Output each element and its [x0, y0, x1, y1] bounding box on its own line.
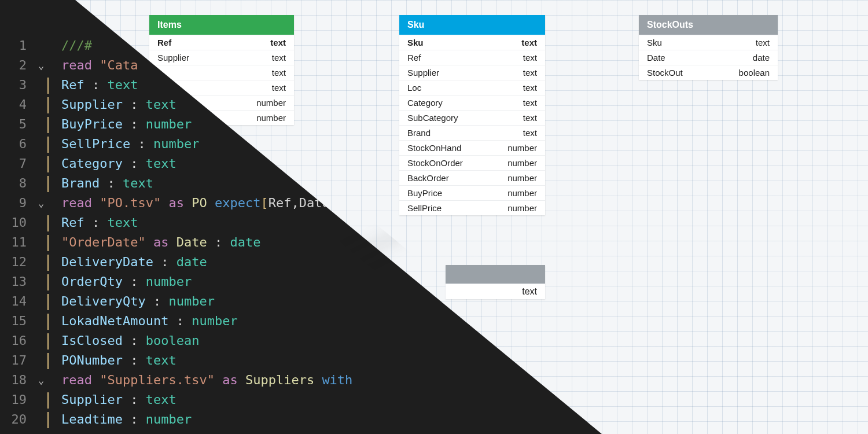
schema-column-type: text — [521, 38, 537, 47]
line-number: 2 — [5, 56, 35, 75]
schema-column-row[interactable]: Skutext — [399, 35, 545, 50]
schema-column-row[interactable]: BuyPricenumber — [399, 185, 545, 200]
indent-guide — [47, 255, 49, 271]
schema-column-type: text — [523, 128, 537, 138]
fold-chevron-icon[interactable]: ⌄ — [35, 56, 47, 75]
code-content: PONumber : text — [61, 351, 176, 370]
code-content: OrderQty : number — [61, 272, 192, 292]
schema-column-type: number — [507, 173, 537, 183]
line-number: 5 — [5, 115, 35, 134]
schema-column-row[interactable]: Categorytext — [399, 95, 545, 110]
schema-column-type: text — [523, 68, 537, 78]
schema-column-type: text — [523, 53, 537, 62]
schema-column-type: text — [523, 98, 537, 108]
indent-guide — [47, 97, 49, 113]
schema-table-header: Items — [149, 15, 294, 35]
code-content: "OrderDate" as Date : date — [61, 233, 260, 252]
schema-column-row[interactable]: Reftext — [399, 50, 545, 65]
schema-table-stockouts[interactable]: StockOuts SkutextDatedateStockOutboolean — [639, 15, 778, 80]
code-content: Brand : text — [61, 174, 153, 193]
line-number: 13 — [5, 272, 35, 292]
schema-column-type: number — [256, 98, 286, 108]
schema-column-row[interactable]: StockOutboolean — [639, 65, 778, 80]
schema-column-name: Sku — [407, 38, 424, 47]
schema-column-name: Loc — [407, 83, 421, 93]
schema-column-type: number — [507, 143, 537, 153]
schema-column-type: text — [523, 113, 537, 123]
code-content: LokadNetAmount : number — [61, 311, 238, 331]
schema-column-type: date — [753, 53, 770, 62]
line-number: 7 — [5, 154, 35, 174]
indent-guide — [47, 314, 49, 330]
schema-column-row[interactable]: StockOnOrdernumber — [399, 155, 545, 170]
schema-column-row[interactable]: Loctext — [399, 80, 545, 95]
line-number: 8 — [5, 174, 35, 193]
schema-column-name: BackOrder — [407, 173, 449, 183]
line-number: 17 — [5, 351, 35, 370]
indent-guide — [47, 176, 49, 192]
schema-column-row[interactable]: Skutext — [639, 35, 778, 50]
schema-column-type: text — [270, 38, 286, 47]
schema-table-header: StockOuts — [639, 15, 778, 35]
code-content: ///# — [61, 36, 92, 56]
indent-guide — [47, 235, 49, 251]
schema-column-type: text — [272, 68, 286, 78]
schema-column-name: Supplier — [157, 53, 189, 62]
schema-column-name: Category — [407, 98, 443, 108]
schema-column-row[interactable]: Suppliertext — [399, 65, 545, 80]
schema-table-sku[interactable]: Sku SkutextReftextSuppliertextLoctextCat… — [399, 15, 545, 215]
fold-chevron-icon[interactable]: ⌄ — [35, 193, 47, 213]
schema-column-name: Supplier — [407, 68, 439, 78]
indent-guide — [47, 353, 49, 369]
schema-column-name: SellPrice — [407, 203, 442, 213]
line-number: 4 — [5, 95, 35, 115]
schema-column-row[interactable]: Suppliertext — [149, 50, 294, 65]
schema-column-row[interactable]: Reftext — [149, 35, 294, 50]
line-number: 14 — [5, 292, 35, 311]
code-content: read "PO.tsv" as PO expect[Ref,Date] — [61, 193, 337, 213]
schema-column-row[interactable]: SellPricenumber — [399, 200, 545, 215]
schema-column-name: BuyPrice — [407, 188, 442, 198]
schema-column-row[interactable]: Datedate — [639, 50, 778, 65]
line-number: 10 — [5, 213, 35, 233]
schema-column-row: text — [446, 284, 545, 299]
code-content: Leadtime : number — [61, 410, 192, 429]
schema-column-row[interactable]: SubCategorytext — [399, 110, 545, 125]
schema-table-header — [446, 265, 545, 284]
indent-guide — [47, 274, 49, 290]
schema-column-type: text — [272, 83, 286, 93]
schema-column-type: text — [756, 38, 770, 47]
schema-column-row[interactable]: BackOrdernumber — [399, 170, 545, 185]
line-number: 3 — [5, 75, 35, 95]
indent-guide — [47, 215, 49, 231]
schema-column-name: Ref — [407, 53, 421, 62]
indent-guide — [47, 392, 49, 409]
code-content: Category : text — [61, 154, 176, 174]
indent-guide — [47, 294, 49, 310]
schema-column-type: number — [256, 113, 286, 123]
schema-column-name: Sku — [647, 38, 662, 47]
schema-column-name: Date — [647, 53, 665, 62]
code-content: DeliveryDate : date — [61, 252, 207, 272]
schema-column-type: number — [507, 158, 537, 168]
code-content: SellPrice : number — [61, 134, 199, 154]
schema-table-partial[interactable]: text — [446, 265, 545, 299]
indent-guide — [47, 137, 49, 153]
line-number: 9 — [5, 193, 35, 213]
code-content: BuyPrice : number — [61, 115, 192, 134]
fold-chevron-icon[interactable]: ⌄ — [35, 370, 47, 390]
schema-column-row[interactable]: text — [149, 65, 294, 80]
schema-column-name: Brand — [407, 128, 431, 138]
schema-column-type: text — [272, 53, 286, 62]
schema-table-body: SkutextDatedateStockOutboolean — [639, 35, 778, 80]
code-content: IsClosed : boolean — [61, 331, 199, 351]
schema-table-body: SkutextReftextSuppliertextLoctextCategor… — [399, 35, 545, 215]
schema-column-name: StockOnOrder — [407, 158, 463, 168]
code-content: Supplier : text — [61, 95, 176, 115]
schema-column-row[interactable]: StockOnHandnumber — [399, 140, 545, 155]
indent-guide — [47, 333, 49, 350]
line-number: 12 — [5, 252, 35, 272]
line-number: 6 — [5, 134, 35, 154]
schema-column-row[interactable]: Brandtext — [399, 125, 545, 140]
schema-column-type: text — [523, 83, 537, 93]
